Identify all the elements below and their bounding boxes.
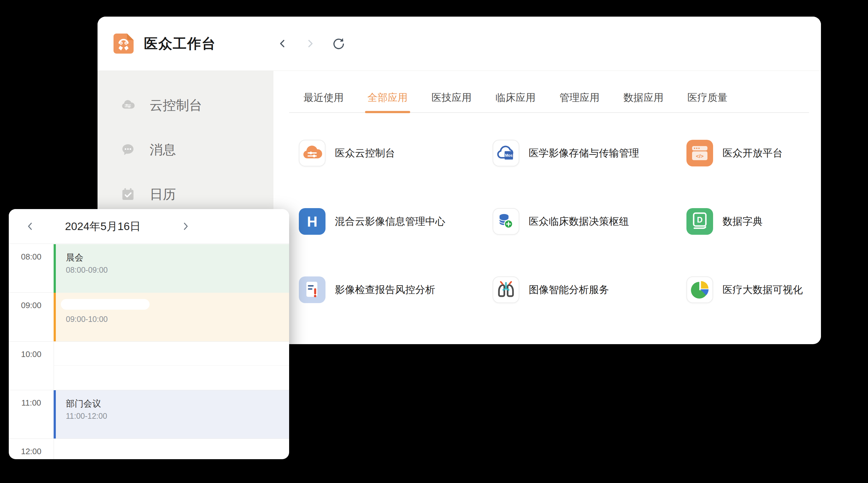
calendar-header: 2024年5月16日: [9, 209, 289, 244]
event-title-redacted: [61, 299, 150, 310]
back-button-chevron-left-icon[interactable]: [276, 37, 289, 51]
tab-bar: 最近使用 全部应用 医技应用 临床应用 管理应用 数据应用 医疗质量: [289, 91, 809, 113]
app-medical-image-storage[interactable]: Mos 医学影像存储与传输管理: [493, 140, 686, 166]
tab-recently-used[interactable]: 最近使用: [304, 91, 344, 105]
tab-management-apps[interactable]: 管理应用: [559, 91, 599, 105]
app-image-ai-analysis[interactable]: 图像智能分析服务: [493, 277, 686, 303]
calendar-grid: 08:00 09:00 10:00 11:00 12:00 晨会 08:00-0…: [9, 244, 289, 459]
app-data-dictionary[interactable]: D 数据字典: [686, 208, 821, 235]
sidebar-item-cloud-console[interactable]: 云控制台: [97, 94, 274, 117]
app-label: 数据字典: [722, 215, 763, 228]
time-label: 11:00: [9, 398, 54, 408]
cloud-settings-icon: [120, 97, 136, 113]
event-title: 部门会议: [66, 398, 289, 410]
hour-line: [9, 341, 289, 342]
browser-nav: [276, 17, 345, 70]
time-label: 12:00: [9, 447, 54, 456]
svg-text:D: D: [697, 215, 703, 224]
calendar-event-department-meeting[interactable]: 部门会议 11:00-12:00: [54, 390, 289, 439]
time-label: 10:00: [9, 350, 54, 359]
event-time: 11:00-12:00: [66, 412, 289, 421]
app-label: 医众临床数据决策枢纽: [529, 215, 629, 228]
database-plus-icon: [493, 208, 519, 235]
calendar-next-chevron-right-icon[interactable]: [179, 220, 192, 232]
page-title: 医众工作台: [144, 34, 216, 53]
message-bubble-icon: [120, 142, 136, 158]
tab-clinical-apps[interactable]: 临床应用: [495, 91, 536, 105]
svg-text:</>: </>: [696, 153, 704, 159]
hour-line: [9, 439, 289, 439]
app-report-risk-analysis[interactable]: 影像检查报告风控分析: [299, 277, 493, 303]
cloud-sliders-icon: [299, 140, 326, 166]
time-label: 08:00: [9, 252, 54, 262]
svg-text:H: H: [307, 214, 317, 230]
time-label: 09:00: [9, 300, 54, 310]
half-hour-line: [54, 365, 289, 366]
sidebar-item-label: 日历: [150, 186, 176, 203]
forward-button-chevron-right-icon[interactable]: [303, 37, 317, 51]
tab-all-apps[interactable]: 全部应用: [368, 91, 408, 105]
event-time: 09:00-10:00: [66, 315, 289, 324]
app-label: 医众云控制台: [335, 147, 395, 160]
app-hybrid-cloud-imaging-center[interactable]: H 混合云影像信息管理中心: [299, 208, 493, 235]
calendar-prev-chevron-left-icon[interactable]: [24, 220, 36, 232]
calendar-event-redacted[interactable]: 09:00-10:00: [54, 293, 289, 341]
svg-text:Mos: Mos: [505, 153, 513, 158]
calendar-event-morning-meeting[interactable]: 晨会 08:00-09:00: [54, 244, 289, 293]
app-label: 医疗大数据可视化: [722, 283, 803, 297]
sidebar-item-messages[interactable]: 消息: [97, 138, 274, 161]
app-big-data-visualization[interactable]: 医疗大数据可视化: [686, 277, 821, 303]
app-label: 混合云影像信息管理中心: [335, 215, 445, 228]
calendar-date-title: 2024年5月16日: [53, 219, 153, 234]
tab-data-apps[interactable]: 数据应用: [623, 91, 663, 105]
app-logo-owl-document-icon: [113, 33, 134, 55]
app-clinical-data-hub[interactable]: 医众临床数据决策枢纽: [493, 208, 686, 235]
letter-h-icon: H: [299, 208, 326, 235]
event-title: 晨会: [66, 252, 289, 264]
tab-medtech-apps[interactable]: 医技应用: [432, 91, 472, 105]
sidebar-item-calendar[interactable]: 日历: [97, 183, 274, 205]
lungs-icon: [493, 277, 519, 303]
refresh-button-refresh-icon[interactable]: [331, 37, 345, 51]
report-alert-icon: [299, 277, 326, 303]
calendar-check-icon: [120, 187, 136, 202]
dictionary-book-icon: D: [686, 208, 713, 235]
event-time: 08:00-09:00: [66, 265, 289, 275]
app-label: 影像检查报告风控分析: [335, 283, 435, 297]
window-header: 医众工作台: [97, 17, 821, 71]
tab-medical-quality[interactable]: 医疗质量: [687, 91, 727, 105]
app-grid: 医众云控制台 Mos 医学影像存储与传输管理: [299, 140, 821, 303]
app-label: 图像智能分析服务: [529, 283, 609, 297]
app-cloud-console[interactable]: 医众云控制台: [299, 140, 493, 166]
mos-cloud-icon: Mos: [493, 140, 519, 166]
app-open-platform[interactable]: </> 医众开放平台: [686, 140, 821, 166]
sidebar-item-label: 消息: [150, 141, 176, 159]
content-area: 最近使用 全部应用 医技应用 临床应用 管理应用 数据应用 医疗质量: [274, 71, 821, 344]
calendar-panel: 2024年5月16日 08:00 09:00 10:00 11:00 12:00…: [9, 209, 289, 459]
app-label: 医众开放平台: [722, 147, 783, 160]
code-window-icon: </>: [686, 140, 713, 166]
pie-chart-icon: [686, 277, 713, 303]
sidebar-item-label: 云控制台: [150, 97, 202, 114]
app-label: 医学影像存储与传输管理: [529, 147, 639, 160]
